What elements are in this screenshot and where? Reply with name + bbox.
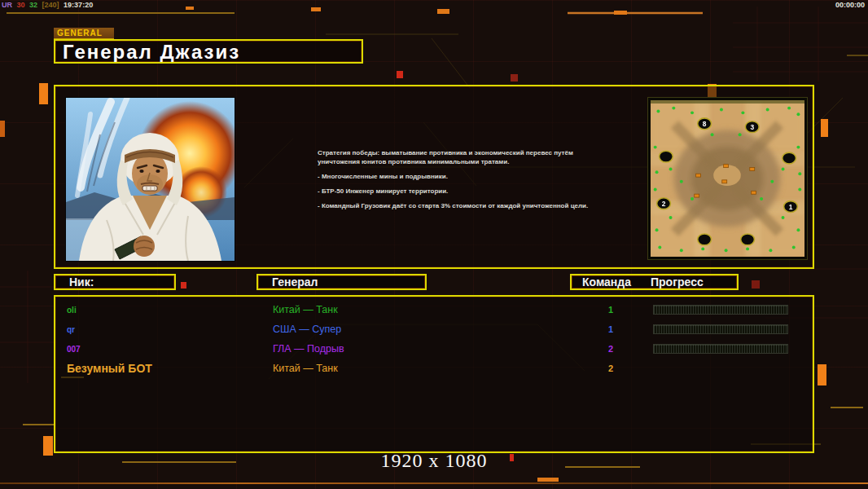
map-tree-dot [655, 228, 659, 231]
status-readout: UR 30 32 [240] 19:37:20 [2, 1, 95, 9]
player-list-panel: oliКитай — Танк1qrСША — Супер1007ГЛА — П… [54, 295, 814, 453]
player-nick: 007 [67, 345, 81, 354]
map-tree-dot [690, 111, 694, 114]
map-tree-dot [770, 180, 774, 183]
map-tree-dot [669, 216, 673, 219]
column-header-general: Генерал [256, 274, 427, 290]
column-header-team-label: Команда [582, 274, 631, 290]
map-start-position [783, 152, 796, 164]
strategy-line: - Командный Грузовик даёт со старта 3% с… [318, 201, 594, 210]
player-row: qrСША — Супер1 [55, 319, 813, 339]
player-general: ГЛА — Подрыв [273, 343, 344, 355]
loading-screen: UR 30 32 [240] 19:37:20 00:00:00 GENERAL… [0, 0, 868, 489]
map-start-position-number: 3 [750, 123, 754, 131]
player-progress-bar [653, 324, 788, 334]
map-start-position-number: 2 [662, 200, 666, 208]
map-tree-dot [711, 133, 714, 136]
strategy-description: Стратегия победы: выматывание противника… [318, 148, 594, 216]
map-tree-dot [656, 109, 660, 112]
strategy-line: - Многочисленные мины и подрывники. [318, 172, 594, 181]
map-start-position [659, 151, 673, 162]
map-tree-dot [796, 228, 800, 231]
map-supply-dot [696, 174, 701, 177]
map-tree-dot [739, 133, 742, 136]
map-tree-dot [672, 107, 675, 110]
strategy-line: Стратегия победы: выматывание противника… [318, 148, 594, 166]
player-nick: Безумный БОТ [67, 362, 152, 375]
general-info-panel: Стратегия победы: выматывание противника… [54, 85, 814, 269]
map-supply-dot [724, 165, 729, 168]
column-header-team-progress: Команда Прогресс [570, 274, 739, 290]
player-general: США — Супер [273, 324, 341, 335]
map-tree-dot [654, 187, 657, 191]
map-tree-dot [769, 249, 772, 252]
map-supply-dot [750, 168, 755, 171]
general-portrait [65, 97, 235, 262]
map-tree-dot [720, 108, 723, 112]
map-tree-dot [680, 180, 683, 183]
map-tree-dot [655, 170, 659, 174]
player-row: Безумный БОТКитай — Танк2 [55, 359, 813, 378]
player-general: Китай — Танк [273, 304, 338, 315]
strategy-line: - БТР-50 Инженер минирует территории. [318, 187, 594, 196]
map-preview-image: 8321 [651, 100, 804, 257]
map-supply-dot [752, 191, 756, 194]
map-start-position [698, 234, 712, 245]
player-row: 007ГЛА — Подрыв2 [55, 339, 813, 359]
player-nick: oli [67, 306, 77, 315]
map-tree-dot [796, 146, 800, 149]
general-tab-label: GENERAL [54, 28, 114, 39]
map-tree-dot [792, 245, 796, 249]
map-tree-dot [787, 107, 791, 110]
map-tree-dot [690, 197, 694, 200]
map-start-position-number: 1 [789, 203, 793, 211]
map-supply-dot [722, 180, 727, 183]
player-team: 1 [602, 305, 620, 315]
player-general: Китай — Танк [273, 363, 338, 374]
status-segment: 32 [29, 1, 37, 9]
map-tree-dot [725, 249, 728, 252]
column-header-nick-label: Ник: [69, 274, 94, 290]
column-header-nick: Ник: [54, 274, 176, 290]
map-tree-dot [669, 168, 673, 171]
column-header-general-label: Генерал [272, 274, 318, 290]
map-tree-dot [798, 187, 801, 191]
player-team: 2 [602, 363, 620, 373]
map-tree-dot [798, 172, 801, 175]
map-tree-dot [766, 108, 769, 112]
status-segment: 19:37:20 [64, 1, 93, 9]
player-progress-bar [653, 305, 788, 315]
column-header-progress-label: Прогресс [651, 274, 704, 290]
resolution-label: 1920 x 1080 [0, 450, 868, 472]
status-segment: 30 [17, 1, 25, 9]
map-start-position [741, 234, 755, 245]
player-progress-bar [653, 344, 788, 354]
bottom-accent-line [0, 482, 868, 484]
map-tree-dot [658, 245, 661, 249]
map-tree-dot [654, 146, 657, 149]
player-nick: qr [67, 325, 75, 334]
game-timer: 00:00:00 [835, 1, 865, 9]
status-segment: UR [2, 1, 12, 9]
player-row: oliКитай — Танк1 [55, 300, 813, 319]
map-tree-dot [760, 197, 763, 200]
map-tree-dot [796, 112, 800, 116]
map-tree-dot [701, 247, 704, 250]
player-team: 2 [602, 344, 620, 354]
map-start-position-number: 8 [703, 120, 707, 128]
map-tree-dot [741, 111, 744, 114]
map-tree-dot [746, 247, 749, 250]
map-tree-dot [782, 168, 785, 171]
general-title: Генерал Джазиз [54, 39, 363, 64]
player-team: 1 [602, 324, 620, 334]
status-segment: [240] [42, 1, 59, 9]
map-tree-dot [782, 216, 785, 219]
map-tree-dot [680, 249, 683, 252]
map-preview: 8321 [647, 97, 808, 260]
map-supply-dot [695, 194, 699, 197]
